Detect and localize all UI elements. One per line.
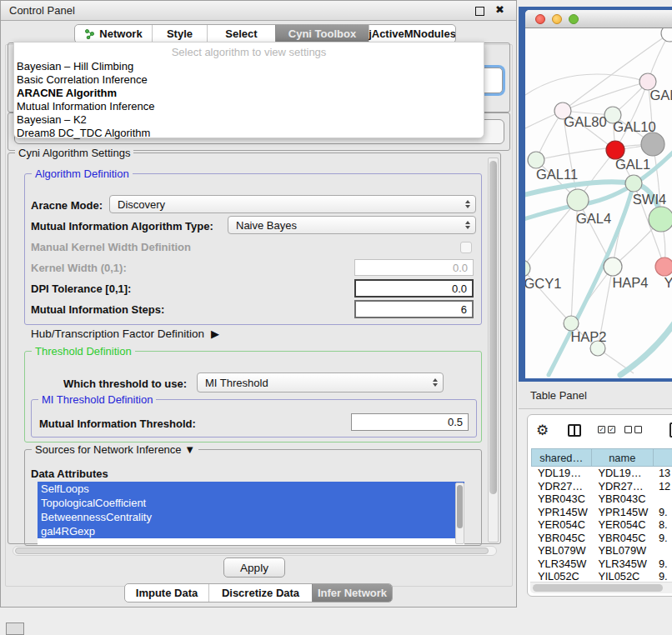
column-header[interactable]: shared… (531, 448, 592, 467)
table-cell: YBL079W (592, 544, 654, 558)
deselect-all-checks-icon[interactable] (624, 426, 642, 433)
tab-network[interactable]: Network (75, 25, 152, 42)
bottom-tab-discretize-data[interactable]: Discretize Data (208, 584, 312, 602)
settings-horizontal-scrollbar[interactable] (13, 546, 497, 556)
table-row[interactable]: YER054CYER054C8. (531, 518, 672, 532)
algorithm-option[interactable]: Dream8 DC_TDC Algorithm (14, 127, 484, 140)
column-header[interactable] (654, 448, 672, 467)
mi-threshold-input[interactable]: 0.5 (351, 413, 469, 431)
table-row[interactable]: YDR27…YDR27…12 (531, 480, 672, 493)
attribute-item[interactable]: gal4RGexp (38, 524, 464, 538)
hub-definition-label: Hub/Transcription Factor Definition (31, 328, 204, 340)
table-cell: YLR345W (592, 558, 654, 571)
bottom-left-partial-button[interactable] (6, 622, 24, 635)
tab-select[interactable]: Select (207, 25, 275, 42)
control-panel-tabbar: NetworkStyleSelectCyni ToolboxjActiveMNo… (74, 24, 456, 43)
network-node[interactable] (604, 258, 622, 276)
node-label: GAL11 (536, 167, 578, 182)
manual-kernel-checkbox[interactable] (460, 242, 472, 253)
algorithm-option[interactable]: Bayesian – Hill Climbing (14, 60, 484, 73)
table-cell: YBL079W (531, 544, 592, 558)
select-all-checks-icon[interactable]: ✓✓ (598, 426, 615, 433)
table-row[interactable]: YBR045CYBR045C9. (531, 532, 672, 545)
table-cell: 13 (654, 467, 672, 480)
network-node[interactable] (655, 258, 672, 276)
settings-vertical-scrollbar[interactable] (488, 158, 499, 542)
which-threshold-label: Which threshold to use: (63, 378, 187, 390)
column-header[interactable]: name (592, 448, 654, 467)
network-view-window: GALGAL80GAL10GAL1GAL11SWI4GAL4GCY1HAP4YH… (525, 10, 672, 378)
close-traffic-icon[interactable] (535, 14, 545, 24)
attributes-scrollbar[interactable] (455, 482, 464, 544)
chevron-right-icon[interactable]: ▶ (211, 328, 219, 340)
mi-steps-input[interactable]: 6 (354, 300, 474, 318)
dpi-tolerance-input[interactable]: 0.0 (354, 279, 474, 298)
table-horizontal-scrollbar[interactable] (530, 582, 672, 593)
tab-style[interactable]: Style (152, 25, 207, 42)
bottom-tab-label: Discretize Data (222, 587, 299, 599)
node-label: GAL (649, 88, 672, 102)
network-node[interactable] (528, 152, 544, 168)
table-cell: YER054C (592, 518, 654, 532)
node-label: Y (664, 275, 672, 290)
tab-label: Style (167, 28, 193, 40)
table-row[interactable]: YDL19…YDL19…13 (531, 467, 672, 480)
node-label: HAP4 (612, 275, 648, 290)
table-row[interactable]: YPR145WYPR145W9. (531, 506, 672, 519)
network-node[interactable] (641, 132, 664, 156)
node-label: GAL10 (613, 119, 655, 134)
mi-type-select[interactable]: Naive Bayes (228, 216, 476, 234)
algorithm-option[interactable]: Basic Correlation Inference (14, 73, 484, 87)
which-threshold-select[interactable]: MI Threshold (197, 372, 444, 392)
data-attributes-list[interactable]: SelfLoopsTopologicalCoefficientBetweenne… (38, 482, 464, 545)
close-icon[interactable]: ✖ (495, 3, 504, 16)
tab-jactivemnodules[interactable]: jActiveMNodules (369, 25, 455, 42)
node-label: GAL80 (564, 114, 606, 129)
node-label: GAL4 (576, 211, 611, 226)
chevron-down-icon[interactable]: ▼ (184, 443, 195, 456)
table-panel-bar: Table Panel (519, 382, 672, 409)
table-cell: YPR145W (531, 506, 592, 519)
table-row[interactable]: YBR043CYBR043C (531, 492, 672, 506)
mi-steps-label: Mutual Information Steps: (31, 303, 164, 316)
stepper-icon (433, 378, 438, 387)
minimize-traffic-icon[interactable] (552, 14, 562, 24)
sources-group-title: Sources for Network Inference ▼ (32, 443, 198, 456)
bottom-tab-impute-data[interactable]: Impute Data (125, 584, 208, 602)
algorithm-option[interactable]: ARACNE Algorithm (14, 87, 484, 100)
dpi-tolerance-value: 0.0 (452, 282, 467, 295)
mi-type-label: Mutual Information Algorithm Type: (31, 220, 213, 232)
table-header-row: shared…name (531, 448, 672, 467)
stepper-icon (465, 200, 470, 208)
attribute-item[interactable]: TopologicalCoefficient (38, 496, 464, 510)
network-node[interactable] (649, 207, 672, 232)
bottom-tab-infer-network[interactable]: Infer Network (312, 584, 392, 602)
control-panel-title: Control Panel (9, 4, 75, 17)
algorithm-option[interactable]: Bayesian – K2 (14, 113, 484, 127)
network-node[interactable] (567, 189, 589, 211)
apply-button[interactable]: Apply (223, 558, 285, 578)
table-row[interactable]: YBL079WYBL079W (531, 544, 672, 558)
table-cell: 8. (654, 518, 672, 532)
table-cell (654, 492, 672, 506)
kernel-width-input[interactable]: 0.0 (354, 259, 474, 276)
attribute-item[interactable]: BetweennessCentrality (38, 510, 464, 524)
network-window-titlebar[interactable] (525, 10, 672, 28)
gear-icon[interactable]: ⚙ (536, 422, 549, 439)
table-cell (654, 544, 672, 558)
algorithm-option[interactable]: Mutual Information Inference (14, 100, 484, 113)
which-threshold-value: MI Threshold (205, 377, 268, 389)
aracne-mode-select[interactable]: Discovery (109, 195, 476, 213)
network-window-frame: GALGAL80GAL10GAL1GAL11SWI4GAL4GCY1HAP4YH… (519, 7, 672, 382)
tab-cyni-toolbox[interactable]: Cyni Toolbox (275, 25, 369, 42)
network-node[interactable] (661, 28, 672, 42)
float-window-icon[interactable] (475, 7, 484, 16)
zoom-traffic-icon[interactable] (569, 14, 579, 24)
network-node[interactable] (525, 260, 530, 277)
table-row[interactable]: YLR345WYLR345W9. (531, 558, 672, 571)
columns-icon[interactable] (568, 424, 581, 437)
network-canvas[interactable]: GALGAL80GAL10GAL1GAL11SWI4GAL4GCY1HAP4YH… (525, 28, 672, 378)
network-node[interactable] (625, 175, 642, 192)
hub-definition-toggle[interactable]: Hub/Transcription Factor Definition ▶ (31, 328, 219, 340)
attribute-item[interactable]: SelfLoops (38, 482, 464, 496)
